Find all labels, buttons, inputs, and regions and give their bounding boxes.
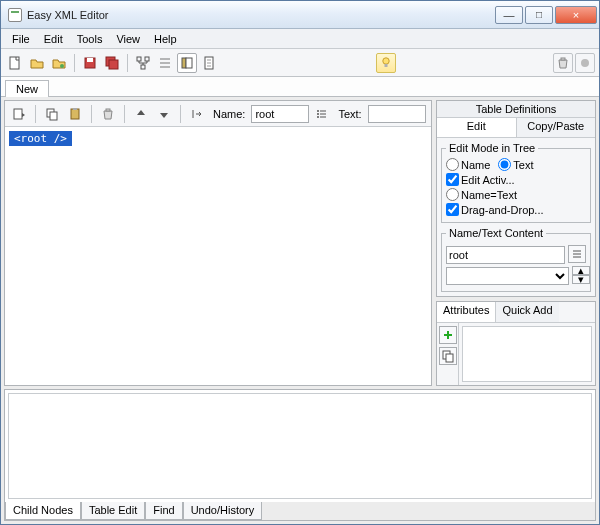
open-folder-icon[interactable] bbox=[49, 53, 69, 73]
table-definitions-title: Table Definitions bbox=[437, 101, 595, 118]
menu-file[interactable]: File bbox=[5, 31, 37, 47]
svg-point-12 bbox=[383, 57, 389, 63]
tabledef-tabs: Edit Copy/Paste bbox=[437, 118, 595, 138]
copy-attr-icon[interactable] bbox=[439, 347, 457, 365]
save-all-icon[interactable] bbox=[102, 53, 122, 73]
name-text-input[interactable] bbox=[446, 246, 565, 264]
radio-name[interactable]: Name bbox=[446, 158, 490, 171]
tab-undo-history[interactable]: Undo/History bbox=[183, 502, 263, 520]
document-icon[interactable] bbox=[199, 53, 219, 73]
svg-rect-13 bbox=[385, 64, 388, 67]
toolbar-separator bbox=[35, 105, 36, 123]
tree-icon[interactable] bbox=[133, 53, 153, 73]
open-file-icon[interactable] bbox=[27, 53, 47, 73]
tab-child-nodes[interactable]: Child Nodes bbox=[5, 502, 81, 520]
copy-icon[interactable] bbox=[42, 104, 62, 124]
list-small-icon[interactable] bbox=[312, 104, 332, 124]
name-text-select[interactable] bbox=[446, 267, 569, 285]
attributes-body bbox=[437, 322, 595, 385]
attributes-tabs: Attributes Quick Add bbox=[437, 302, 595, 322]
close-button[interactable]: × bbox=[555, 6, 597, 24]
name-text-fieldset: Name/Text Content ▴ ▾ bbox=[441, 227, 591, 292]
radio-text[interactable]: Text bbox=[498, 158, 533, 171]
record-icon[interactable] bbox=[575, 53, 595, 73]
tab-table-edit[interactable]: Table Edit bbox=[81, 502, 145, 520]
svg-point-24 bbox=[317, 116, 319, 118]
svg-rect-8 bbox=[141, 65, 145, 69]
svg-point-1 bbox=[60, 64, 64, 68]
new-file-icon[interactable] bbox=[5, 53, 25, 73]
spin-down-icon[interactable]: ▾ bbox=[572, 275, 590, 284]
attributes-grid[interactable] bbox=[462, 326, 592, 382]
svg-rect-10 bbox=[186, 58, 192, 68]
titlebar[interactable]: Easy XML Editor — □ × bbox=[1, 1, 599, 29]
save-icon[interactable] bbox=[80, 53, 100, 73]
svg-rect-20 bbox=[73, 108, 77, 110]
tab-attributes[interactable]: Attributes bbox=[437, 302, 496, 322]
trash-icon[interactable] bbox=[553, 53, 573, 73]
tab-copy-paste[interactable]: Copy/Paste bbox=[517, 118, 596, 137]
indent-icon[interactable] bbox=[187, 104, 207, 124]
toolbar-separator bbox=[74, 54, 75, 72]
delete-icon[interactable] bbox=[98, 104, 118, 124]
text-label: Text: bbox=[338, 108, 361, 120]
xml-tree[interactable]: <root /> bbox=[5, 127, 431, 385]
toolbar-separator bbox=[91, 105, 92, 123]
svg-rect-18 bbox=[50, 112, 57, 120]
svg-rect-3 bbox=[87, 58, 93, 62]
document-tabs: New bbox=[1, 77, 599, 97]
edit-mode-legend: Edit Mode in Tree bbox=[446, 142, 538, 154]
attributes-panel: Attributes Quick Add bbox=[436, 301, 596, 386]
name-text-legend: Name/Text Content bbox=[446, 227, 546, 239]
main-toolbar bbox=[1, 49, 599, 77]
toolbar-separator bbox=[127, 54, 128, 72]
minimize-button[interactable]: — bbox=[495, 6, 523, 24]
svg-rect-6 bbox=[137, 57, 141, 61]
svg-rect-5 bbox=[109, 60, 118, 69]
paste-icon[interactable] bbox=[65, 104, 85, 124]
attributes-buttons bbox=[437, 323, 459, 385]
svg-rect-16 bbox=[14, 109, 22, 119]
check-drag-drop[interactable]: Drag-and-Drop... bbox=[446, 203, 544, 216]
menu-tools[interactable]: Tools bbox=[70, 31, 110, 47]
bottom-tabs: Child Nodes Table Edit Find Undo/History bbox=[5, 502, 595, 520]
menu-help[interactable]: Help bbox=[147, 31, 184, 47]
radio-name-text[interactable]: Name=Text bbox=[446, 188, 517, 201]
app-icon bbox=[8, 8, 22, 22]
add-node-icon[interactable] bbox=[9, 104, 29, 124]
body: Name: Text: <root /> Table Definitions E… bbox=[1, 97, 599, 524]
svg-rect-14 bbox=[561, 58, 565, 60]
lightbulb-icon[interactable] bbox=[376, 53, 396, 73]
upper-pane: Name: Text: <root /> Table Definitions E… bbox=[1, 97, 599, 389]
list-icon[interactable] bbox=[155, 53, 175, 73]
svg-rect-7 bbox=[145, 57, 149, 61]
menu-view[interactable]: View bbox=[109, 31, 147, 47]
move-down-icon[interactable] bbox=[154, 104, 174, 124]
window-title: Easy XML Editor bbox=[27, 9, 494, 21]
lower-pane: Child Nodes Table Edit Find Undo/History bbox=[4, 389, 596, 521]
tab-edit[interactable]: Edit bbox=[437, 118, 517, 137]
move-up-icon[interactable] bbox=[131, 104, 151, 124]
menu-bar: File Edit Tools View Help bbox=[1, 29, 599, 49]
table-definitions-panel: Table Definitions Edit Copy/Paste Edit M… bbox=[436, 100, 596, 297]
add-attr-icon[interactable] bbox=[439, 326, 457, 344]
tree-toolbar: Name: Text: bbox=[5, 101, 431, 127]
list-button-icon[interactable] bbox=[568, 245, 586, 263]
svg-point-15 bbox=[581, 59, 589, 67]
edit-mode-fieldset: Edit Mode in Tree Name Text Edit Activ..… bbox=[441, 142, 591, 223]
name-label: Name: bbox=[213, 108, 245, 120]
panel-icon[interactable] bbox=[177, 53, 197, 73]
tab-quick-add[interactable]: Quick Add bbox=[496, 302, 558, 322]
tree-node-root[interactable]: <root /> bbox=[9, 131, 72, 146]
lower-body[interactable] bbox=[8, 393, 592, 499]
maximize-button[interactable]: □ bbox=[525, 6, 553, 24]
check-edit-activ[interactable]: Edit Activ... bbox=[446, 173, 515, 186]
text-input[interactable] bbox=[368, 105, 426, 123]
tab-new[interactable]: New bbox=[5, 80, 49, 97]
menu-edit[interactable]: Edit bbox=[37, 31, 70, 47]
svg-rect-0 bbox=[10, 57, 19, 69]
svg-rect-9 bbox=[182, 58, 186, 68]
toolbar-separator bbox=[180, 105, 181, 123]
name-input[interactable] bbox=[251, 105, 309, 123]
tab-find[interactable]: Find bbox=[145, 502, 182, 520]
